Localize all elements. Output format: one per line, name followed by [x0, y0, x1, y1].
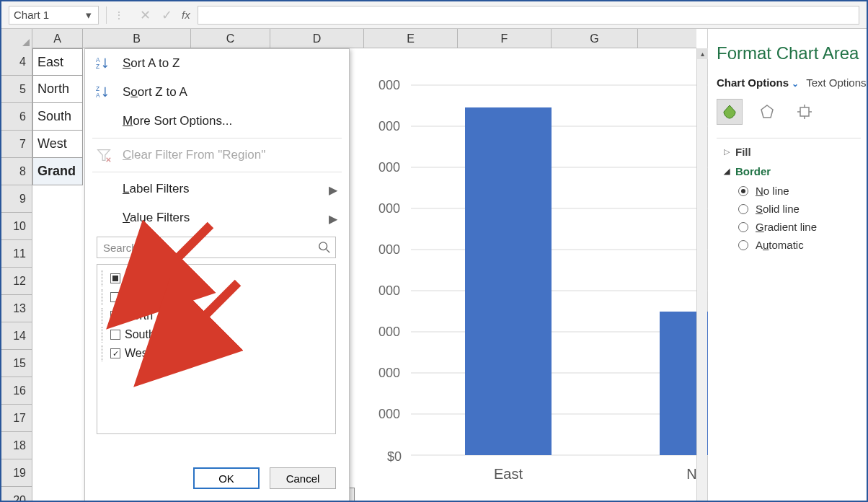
name-box-dropdown-icon[interactable]: ▾ [82, 9, 95, 22]
svg-text:000: 000 [378, 78, 400, 92]
radio[interactable] [738, 204, 748, 214]
checkbox-mixed[interactable] [110, 273, 120, 283]
select-all-corner[interactable] [1, 29, 32, 48]
checkbox[interactable] [110, 330, 120, 340]
pane-title: Format Chart Area [717, 43, 867, 63]
ok-label: OK [218, 472, 234, 485]
col-header-f[interactable]: F [458, 29, 552, 48]
row-header[interactable]: 14 [1, 322, 32, 350]
commit-entry-icon: ✓ [156, 4, 177, 26]
row-header[interactable]: 11 [1, 240, 32, 268]
svg-text:000: 000 [378, 325, 400, 339]
no-line-option[interactable]: No line [738, 185, 867, 197]
effects-icon[interactable] [754, 99, 780, 125]
filter-item-label: North [125, 309, 153, 322]
filter-item-select-all[interactable]: (Select All) [110, 269, 329, 288]
row-header[interactable]: 5 [1, 76, 32, 103]
cancel-button[interactable]: Cancel [270, 467, 336, 489]
vertical-scrollbar[interactable]: ▴ [696, 48, 707, 501]
column-headers: A B C D E F G [1, 29, 696, 48]
row-header[interactable]: 17 [1, 405, 32, 432]
cell[interactable]: East [32, 48, 83, 76]
gradient-line-option[interactable]: Gradient line [738, 221, 867, 233]
sort-a-to-z[interactable]: AZ Sort A to Z [85, 49, 349, 78]
col-header-b[interactable]: B [83, 29, 191, 48]
filter-item-east[interactable]: East [110, 288, 329, 307]
pane-subtabs: Chart Options ⌄ Text Options [717, 76, 867, 89]
checkbox-checked[interactable] [110, 311, 120, 321]
radio[interactable] [738, 240, 748, 250]
more-icon: ⋮ [114, 9, 124, 21]
row-header[interactable]: 12 [1, 268, 32, 295]
filter-item-west[interactable]: West [110, 344, 329, 363]
embedded-chart[interactable]: 000 000 000 000 000 000 000 000 000 $0 [306, 68, 686, 483]
cell[interactable]: South [32, 103, 83, 131]
svg-text:East: East [494, 466, 523, 482]
col-header-d[interactable]: D [270, 29, 364, 48]
chevron-right-icon: ▶ [329, 212, 337, 226]
filter-item-north[interactable]: North [110, 307, 329, 325]
label-filters[interactable]: Label Filters ▶ [85, 175, 349, 203]
radio-label: Automatic [756, 239, 804, 251]
formula-input[interactable] [198, 6, 859, 25]
border-section[interactable]: ◢Border [724, 165, 867, 177]
cell[interactable]: West [32, 131, 83, 158]
cell-grand-total[interactable]: Grand [32, 158, 83, 185]
radio-on[interactable] [738, 186, 748, 196]
menu-label: More Sort Options... [123, 114, 232, 128]
row-header[interactable]: 7 [1, 131, 32, 158]
solid-line-option[interactable]: Solid line [738, 203, 867, 215]
row-header[interactable]: 18 [1, 432, 32, 459]
automatic-option[interactable]: Automatic [738, 239, 867, 251]
row-header[interactable]: 6 [1, 103, 32, 131]
fill-label: Fill [735, 146, 751, 158]
svg-text:000: 000 [378, 242, 400, 257]
ok-button[interactable]: OK [193, 467, 260, 489]
sort-z-to-a[interactable]: ZA Soort Z to A [85, 78, 349, 107]
row-header[interactable]: 4 [1, 48, 32, 76]
filter-item-list: (Select All) East North South West [97, 264, 336, 434]
col-header-g[interactable]: G [552, 29, 638, 48]
cell[interactable]: North [32, 76, 83, 103]
fill-line-icon[interactable] [717, 99, 743, 125]
col-header-e[interactable]: E [364, 29, 458, 48]
row-header[interactable]: 19 [1, 459, 32, 487]
filter-item-label: West [125, 347, 151, 360]
filter-buttons: OK Cancel [85, 467, 349, 489]
pivot-filter-menu: AZ Sort A to Z ZA Soort Z to A More Sort… [84, 48, 350, 502]
radio[interactable] [738, 222, 748, 232]
row-header[interactable]: 10 [1, 213, 32, 240]
value-filters[interactable]: Value Filters ▶ [85, 203, 349, 232]
search-icon [318, 241, 331, 254]
svg-text:000: 000 [378, 119, 400, 133]
row-header[interactable]: 16 [1, 377, 32, 405]
category-icons [717, 99, 867, 125]
more-sort-options[interactable]: More Sort Options... [85, 107, 349, 136]
checkbox-checked[interactable] [110, 348, 120, 358]
name-box[interactable]: Chart 1 ▾ [9, 6, 99, 25]
divider [717, 138, 861, 138]
row-header[interactable]: 8 [1, 158, 32, 185]
row-header[interactable]: 15 [1, 350, 32, 377]
search-placeholder: Search [103, 242, 138, 254]
filter-search-input[interactable]: Search [97, 237, 336, 258]
col-header-c[interactable]: C [191, 29, 270, 48]
fx-icon[interactable]: fx [182, 9, 190, 21]
fill-section[interactable]: ▷Fill [724, 146, 867, 158]
svg-text:Z: Z [96, 63, 99, 70]
svg-text:000: 000 [378, 407, 400, 421]
text-options-tab[interactable]: Text Options [806, 76, 866, 89]
size-properties-icon[interactable] [792, 99, 818, 125]
svg-rect-30 [800, 107, 809, 116]
row-header[interactable]: 20 [1, 487, 32, 502]
scroll-up-icon[interactable]: ▴ [697, 48, 708, 59]
row-header[interactable]: 13 [1, 295, 32, 322]
filter-item-south[interactable]: South [110, 325, 329, 344]
col-header-a[interactable]: A [32, 29, 83, 48]
chart-options-tab[interactable]: Chart Options ⌄ [717, 76, 799, 89]
filter-item-label: (Select All) [125, 272, 180, 285]
checkbox[interactable] [110, 292, 120, 302]
svg-text:A: A [96, 57, 100, 63]
row-header[interactable]: 9 [1, 185, 32, 213]
cancel-entry-icon: ✕ [134, 4, 156, 26]
